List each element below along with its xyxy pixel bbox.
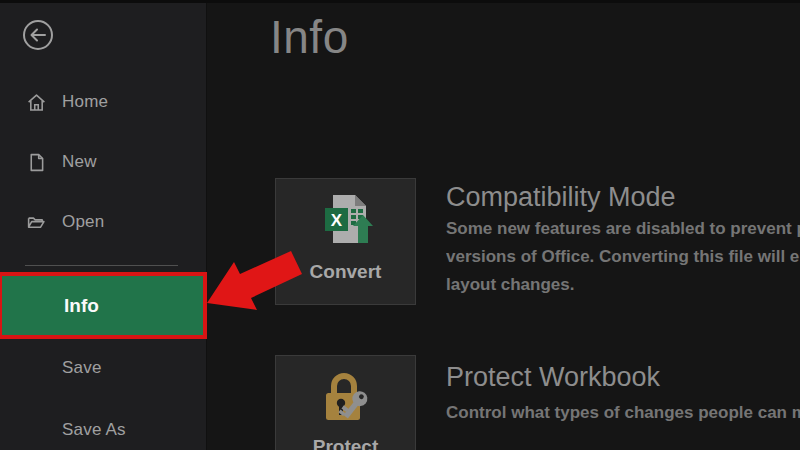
compatibility-mode-heading: Compatibility Mode — [446, 182, 676, 213]
description-line: Some new features are disabled to preven… — [446, 215, 800, 243]
convert-button-label: Convert — [310, 261, 382, 283]
sidebar-item-label: Save As — [62, 420, 126, 440]
svg-text:X: X — [330, 211, 342, 230]
back-arrow-icon — [21, 38, 55, 55]
sidebar-item-label: Info — [64, 295, 99, 317]
sidebar-item-label: Save — [62, 358, 102, 378]
sidebar-item-label: New — [62, 152, 97, 172]
sidebar-item-info[interactable]: Info — [0, 272, 207, 339]
backstage-sidebar: Home New Open Info Save Save As — [0, 0, 207, 450]
window-top-edge — [0, 0, 800, 3]
sidebar-item-label: Open — [62, 212, 104, 232]
back-button[interactable] — [21, 18, 55, 52]
home-icon — [26, 92, 47, 113]
compatibility-mode-description: Some new features are disabled to preven… — [446, 215, 800, 299]
description-line: Control what types of changes people can… — [446, 399, 800, 427]
sidebar-divider — [25, 265, 178, 266]
sidebar-item-open[interactable]: Open — [0, 208, 207, 236]
info-page: Info X Convert Compatibility Mode Some n… — [208, 0, 800, 450]
open-folder-icon — [26, 212, 47, 233]
protect-workbook-button[interactable]: Protect — [275, 355, 416, 450]
new-document-icon — [26, 152, 47, 173]
sidebar-item-save-as[interactable]: Save As — [0, 416, 207, 444]
lock-key-icon — [318, 368, 374, 430]
sidebar-item-label: Home — [62, 92, 108, 112]
description-line: versions of Office. Converting this file… — [446, 243, 800, 271]
protect-workbook-heading: Protect Workbook — [446, 362, 660, 393]
sidebar-item-home[interactable]: Home — [0, 88, 207, 116]
description-line: layout changes. — [446, 271, 800, 299]
excel-convert-icon: X — [317, 191, 375, 255]
convert-button[interactable]: X Convert — [275, 178, 416, 305]
sidebar-item-new[interactable]: New — [0, 148, 207, 176]
page-title: Info — [270, 10, 349, 64]
protect-button-label: Protect — [313, 436, 378, 450]
sidebar-item-save[interactable]: Save — [0, 354, 207, 382]
protect-workbook-description: Control what types of changes people can… — [446, 399, 800, 427]
